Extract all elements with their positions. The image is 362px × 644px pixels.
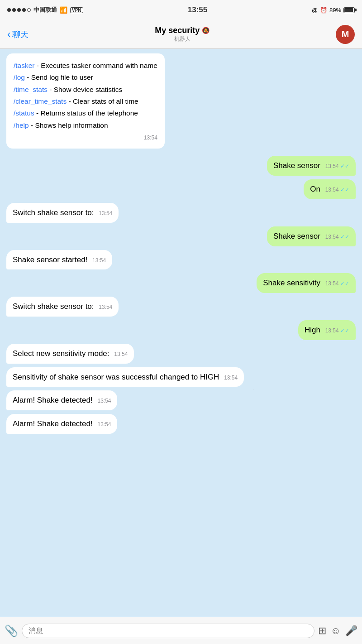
message-row-4: Shake sensor 13:54 ✓✓ bbox=[6, 226, 356, 246]
cmd-timestats-desc: - Show device statistics bbox=[49, 86, 122, 93]
attach-icon[interactable]: 📎 bbox=[5, 625, 18, 637]
cmd-help-desc: - Shows help information bbox=[31, 121, 108, 129]
back-button[interactable]: ‹ 聊天 bbox=[7, 29, 29, 40]
bubble-text-11: Alarm! Shake detected! bbox=[13, 396, 93, 404]
dot5 bbox=[27, 8, 31, 12]
bubble-text-9: Select new sensitivity mode: bbox=[13, 349, 110, 358]
bubble-3: Switch shake sensor to: 13:54 bbox=[6, 203, 119, 223]
msg-time-7: 13:54 bbox=[99, 304, 112, 310]
carrier-label: 中国联通 bbox=[33, 6, 57, 14]
msg-time-6: 13:54 ✓✓ bbox=[325, 280, 349, 287]
message-row-6: Shake sensitivity 13:54 ✓✓ bbox=[6, 273, 356, 293]
bubble-text-8: High bbox=[305, 326, 320, 334]
cmd-log-desc: - Send log file to user bbox=[27, 73, 93, 81]
message-input[interactable] bbox=[22, 624, 314, 638]
back-chevron-icon: ‹ bbox=[7, 29, 10, 39]
dot4 bbox=[22, 8, 26, 12]
cmd-status-desc: - Returns status of the telephone bbox=[36, 109, 138, 117]
bubble-6: Shake sensitivity 13:54 ✓✓ bbox=[257, 273, 356, 293]
bubble-9: Select new sensitivity mode: 13:54 bbox=[6, 344, 134, 364]
message-row-11: Alarm! Shake detected! 13:54 bbox=[6, 390, 356, 410]
vpn-badge: VPN bbox=[70, 7, 83, 13]
chat-area: /tasker - Executes tasker command with n… bbox=[0, 49, 362, 617]
back-label: 聊天 bbox=[12, 29, 29, 40]
cmd-help-link: /help bbox=[14, 121, 29, 129]
msg-time-4: 13:54 ✓✓ bbox=[325, 234, 349, 240]
status-left: 中国联通 📶 VPN bbox=[7, 6, 83, 14]
status-right: @ ⏰ 89% bbox=[312, 7, 355, 14]
checkmarks-6: ✓✓ bbox=[340, 280, 349, 287]
cmd-tasker-desc: - Executes tasker command with name bbox=[37, 62, 157, 69]
keyboard-grid-icon[interactable]: ⊞ bbox=[318, 625, 326, 637]
input-right-icons: ⊞ ☺ 🎤 bbox=[318, 625, 357, 637]
cmd-status-link: /status bbox=[14, 109, 34, 117]
wifi-icon: 📶 bbox=[60, 6, 67, 14]
cmd-clearstats-desc: - Clear stats of all time bbox=[68, 97, 138, 105]
bubble-text-12: Alarm! Shake detected! bbox=[13, 419, 93, 428]
msg-time-10: 13:54 bbox=[224, 375, 238, 381]
message-row-7: Switch shake sensor to: 13:54 bbox=[6, 297, 356, 317]
battery-percent: 89% bbox=[329, 7, 341, 14]
signal-dots bbox=[7, 8, 31, 12]
commands-bubble: /tasker - Executes tasker command with n… bbox=[6, 53, 165, 149]
bubble-text-3: Switch shake sensor to: bbox=[13, 208, 94, 217]
bubble-11: Alarm! Shake detected! 13:54 bbox=[6, 390, 117, 410]
dot3 bbox=[17, 8, 21, 12]
msg-time-11: 13:54 bbox=[97, 398, 111, 404]
cmd-tasker-link: /tasker bbox=[14, 62, 35, 69]
bubble-text-10: Sensitivity of shake sensor was successf… bbox=[13, 373, 219, 381]
bubble-5: Shake sensor started! 13:54 bbox=[6, 250, 112, 270]
msg-time-3: 13:54 bbox=[99, 210, 112, 216]
cmd-timestats-link: /time_stats bbox=[14, 86, 48, 93]
checkmarks-1: ✓✓ bbox=[340, 163, 349, 169]
bubble-10: Sensitivity of shake sensor was successf… bbox=[6, 367, 244, 387]
status-bar: 中国联通 📶 VPN 13:55 @ ⏰ 89% bbox=[0, 0, 362, 20]
checkmarks-8: ✓✓ bbox=[340, 327, 349, 334]
bubble-1: Shake sensor 13:54 ✓✓ bbox=[267, 156, 356, 176]
nav-center: My security 🔕 机器人 bbox=[155, 26, 210, 43]
emoji-icon[interactable]: ☺ bbox=[331, 625, 341, 637]
nav-bar: ‹ 聊天 My security 🔕 机器人 M bbox=[0, 20, 362, 49]
bubble-text-2: On bbox=[310, 185, 320, 193]
message-row-12: Alarm! Shake detected! 13:54 bbox=[6, 414, 356, 434]
message-row-5: Shake sensor started! 13:54 bbox=[6, 250, 356, 270]
message-row-2: On 13:54 ✓✓ bbox=[6, 179, 356, 199]
dot1 bbox=[7, 8, 11, 12]
avatar[interactable]: M bbox=[336, 25, 355, 44]
nav-subtitle: 机器人 bbox=[174, 35, 191, 43]
checkmarks-4: ✓✓ bbox=[340, 234, 349, 240]
cmd-line-clear: /clear_time_stats - Clear stats of all t… bbox=[14, 96, 157, 107]
cmd-line-log: /log - Send log file to user bbox=[14, 72, 157, 83]
commands-time: 13:54 bbox=[14, 133, 157, 142]
message-row-1: Shake sensor 13:54 ✓✓ bbox=[6, 156, 356, 176]
bubble-12: Alarm! Shake detected! 13:54 bbox=[6, 414, 117, 434]
checkmarks-2: ✓✓ bbox=[340, 187, 349, 193]
mic-icon[interactable]: 🎤 bbox=[345, 625, 357, 637]
bubble-text-5: Shake sensor started! bbox=[13, 255, 87, 264]
nav-title-text: My security bbox=[155, 26, 200, 35]
bubble-2: On 13:54 ✓✓ bbox=[304, 179, 356, 199]
battery-icon bbox=[343, 7, 355, 13]
cmd-line-status: /status - Returns status of the telephon… bbox=[14, 107, 157, 119]
msg-time-1: 13:54 ✓✓ bbox=[325, 163, 349, 169]
cmd-line-tasker: /tasker - Executes tasker command with n… bbox=[14, 60, 157, 72]
msg-time-2: 13:54 ✓✓ bbox=[325, 187, 349, 193]
message-row-3: Switch shake sensor to: 13:54 bbox=[6, 203, 356, 223]
mute-icon: 🔕 bbox=[202, 27, 210, 34]
battery-fill bbox=[344, 8, 353, 12]
dot2 bbox=[12, 8, 16, 12]
msg-time-8: 13:54 ✓✓ bbox=[325, 327, 349, 334]
bubble-text-7: Switch shake sensor to: bbox=[13, 302, 94, 311]
input-bar: 📎 ⊞ ☺ 🎤 bbox=[0, 617, 362, 644]
cmd-line-time-stats: /time_stats - Show device statistics bbox=[14, 84, 157, 96]
bubble-7: Switch shake sensor to: 13:54 bbox=[6, 297, 119, 317]
message-row-10: Sensitivity of shake sensor was successf… bbox=[6, 367, 356, 387]
msg-time-12: 13:54 bbox=[97, 421, 111, 428]
location-icon: @ bbox=[312, 7, 318, 14]
msg-time-9: 13:54 bbox=[114, 351, 128, 357]
cmd-line-help: /help - Shows help information bbox=[14, 120, 157, 131]
bubble-text-4: Shake sensor bbox=[273, 232, 320, 240]
bubble-8: High 13:54 ✓✓ bbox=[298, 320, 356, 340]
alarm-icon: ⏰ bbox=[320, 7, 327, 14]
bubble-text-6: Shake sensitivity bbox=[263, 279, 320, 287]
